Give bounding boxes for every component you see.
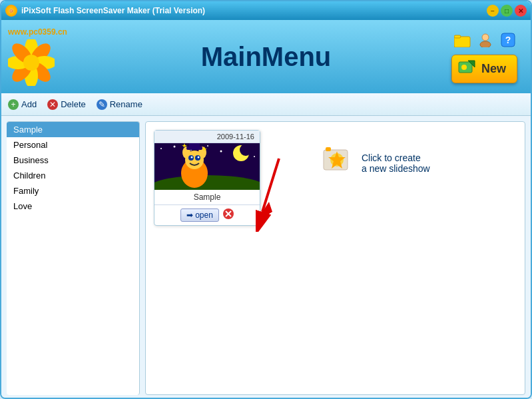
watermark-text: www.pc0359.cn [8,27,67,37]
slideshow-date: 2009-11-16 [154,131,260,143]
delete-slideshow-button[interactable] [223,208,234,222]
svg-line-45 [262,159,279,212]
rename-label: Rename [110,99,142,109]
svg-point-36 [198,157,200,159]
header-right: ? New [451,31,517,83]
svg-rect-10 [454,35,461,38]
add-button[interactable]: + Add [8,99,37,110]
new-button-icon [457,59,476,79]
open-icon: ➡ [186,210,193,220]
svg-point-17 [461,65,467,70]
new-slideshow-line2: a new slideshow [362,163,430,174]
help-icon-button[interactable]: ? [499,31,517,49]
title-controls: − □ ✕ [487,5,527,17]
svg-point-20 [174,146,176,148]
sidebar-item-love[interactable]: Love [7,199,139,214]
sidebar-item-business[interactable]: Business [7,153,139,168]
title-bar: 🌼 iPixSoft Flash ScreenSaver Maker (Tria… [1,1,531,20]
svg-point-22 [207,145,208,147]
svg-rect-38 [189,143,200,148]
new-button-label: New [481,62,506,76]
delete-icon: ✕ [47,99,58,110]
rename-icon: ✎ [97,99,107,110]
new-slideshow-button[interactable]: Click to create a new slideshow [314,137,437,189]
open-label: open [195,210,213,220]
sidebar-item-sample[interactable]: Sample [7,122,139,137]
close-button[interactable]: ✕ [515,5,527,17]
new-slideshow-text: Click to create a new slideshow [362,153,430,174]
open-button[interactable]: ➡ open [180,208,219,222]
svg-point-35 [191,157,193,159]
main-content: Sample Personal Business Children Family… [1,116,531,399]
delete-label: Delete [61,99,86,109]
header-icons: ? [453,31,517,49]
slideshow-footer: ➡ open [154,204,260,225]
folder-icon-button[interactable] [453,31,472,49]
main-title: MainMenu [201,42,332,72]
red-arrow [256,152,296,232]
add-label: Add [21,99,37,109]
sidebar-item-personal[interactable]: Personal [7,137,139,153]
logo-flower [8,39,55,86]
svg-point-12 [480,41,491,47]
new-slideshow-line1: Click to create [362,153,430,163]
slideshow-thumbnail [154,143,260,190]
slideshow-card: 2009-11-16 [154,130,260,226]
user-icon-button[interactable] [476,31,495,49]
sidebar-item-family[interactable]: Family [7,183,139,199]
new-slideshow-icon [320,143,354,183]
minimize-button[interactable]: − [487,5,499,17]
sidebar-item-children[interactable]: Children [7,168,139,183]
slideshow-name: Sample [154,190,260,204]
header: www.pc0359.cn MainMenu [1,20,531,93]
rename-button[interactable]: ✎ Rename [97,99,142,110]
title-bar-left: 🌼 iPixSoft Flash ScreenSaver Maker (Tria… [5,5,205,17]
add-icon: + [8,99,19,110]
svg-point-25 [254,156,255,157]
app-icon: 🌼 [5,5,17,17]
svg-rect-48 [326,147,331,151]
svg-point-8 [23,55,39,71]
svg-point-23 [220,151,222,153]
svg-point-11 [482,34,489,41]
maximize-button[interactable]: □ [501,5,513,17]
svg-text:?: ? [505,35,511,45]
svg-point-19 [160,148,162,149]
delete-button[interactable]: ✕ Delete [47,99,86,110]
toolbar: + Add ✕ Delete ✎ Rename [1,93,531,116]
window-title: iPixSoft Flash ScreenSaver Maker (Trial … [21,6,205,15]
svg-point-27 [240,144,252,156]
content-area: 2009-11-16 [145,121,525,395]
sidebar: Sample Personal Business Children Family… [7,121,140,395]
new-button[interactable]: New [451,55,517,83]
